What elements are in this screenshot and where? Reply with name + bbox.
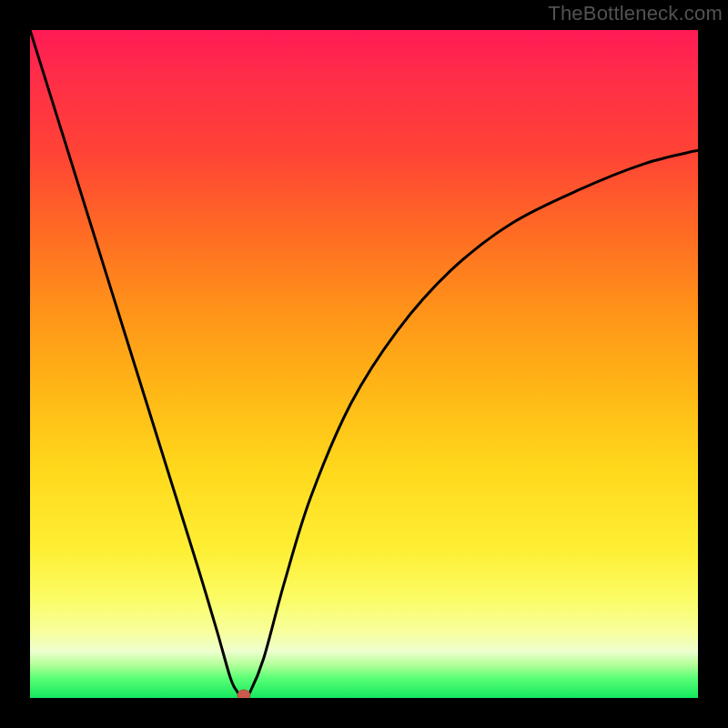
chart-frame: TheBottleneck.com	[0, 0, 728, 728]
plot-area	[30, 30, 698, 698]
curve-path	[30, 30, 698, 698]
marker-dot	[238, 690, 250, 698]
curve-layer	[30, 30, 698, 698]
attribution-text: TheBottleneck.com	[548, 2, 723, 25]
